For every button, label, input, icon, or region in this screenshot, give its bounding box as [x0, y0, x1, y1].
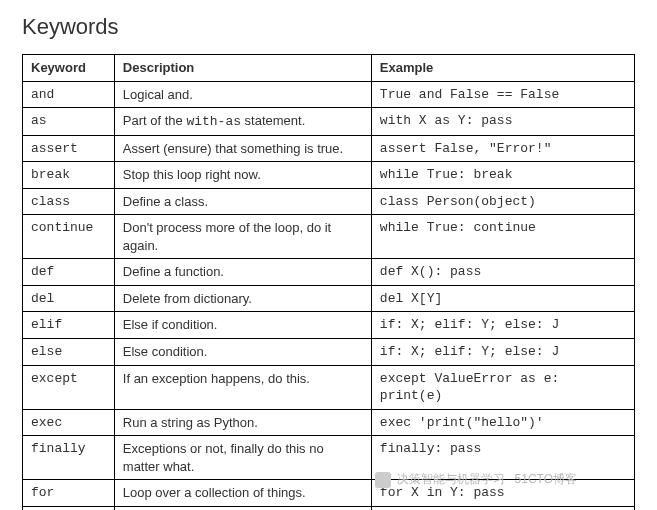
table-header-row: Keyword Description Example: [23, 55, 635, 82]
table-row: finallyExceptions or not, finally do thi…: [23, 436, 635, 480]
cell-description: If an exception happens, do this.: [114, 365, 371, 409]
cell-keyword: finally: [23, 436, 115, 480]
cell-keyword: for: [23, 480, 115, 507]
cell-keyword: assert: [23, 135, 115, 162]
cell-example: finally: pass: [371, 436, 634, 480]
cell-keyword: break: [23, 162, 115, 189]
cell-example: from x import Y: [371, 506, 634, 510]
cell-keyword: except: [23, 365, 115, 409]
cell-example: True and False == False: [371, 81, 634, 108]
col-description: Description: [114, 55, 371, 82]
cell-description: Define a class.: [114, 188, 371, 215]
table-row: exceptIf an exception happens, do this.e…: [23, 365, 635, 409]
col-keyword: Keyword: [23, 55, 115, 82]
table-row: breakStop this loop right now.while True…: [23, 162, 635, 189]
cell-keyword: class: [23, 188, 115, 215]
cell-example: while True: continue: [371, 215, 634, 259]
table-row: elifElse if condition.if: X; elif: Y; el…: [23, 312, 635, 339]
cell-example: with X as Y: pass: [371, 108, 634, 136]
cell-description: Else if condition.: [114, 312, 371, 339]
cell-example: if: X; elif: Y; else: J: [371, 312, 634, 339]
table-row: execRun a string as Python.exec 'print("…: [23, 409, 635, 436]
cell-keyword: from: [23, 506, 115, 510]
cell-keyword: as: [23, 108, 115, 136]
cell-example: while True: break: [371, 162, 634, 189]
cell-description: Logical and.: [114, 81, 371, 108]
cell-description: Import specific parts of a module.: [114, 506, 371, 510]
cell-example: if: X; elif: Y; else: J: [371, 339, 634, 366]
cell-keyword: exec: [23, 409, 115, 436]
cell-description: Don't process more of the loop, do it ag…: [114, 215, 371, 259]
table-row: andLogical and.True and False == False: [23, 81, 635, 108]
cell-keyword: and: [23, 81, 115, 108]
cell-example: del X[Y]: [371, 285, 634, 312]
table-row: delDelete from dictionary.del X[Y]: [23, 285, 635, 312]
table-row: assertAssert (ensure) that something is …: [23, 135, 635, 162]
cell-example: exec 'print("hello")': [371, 409, 634, 436]
page-title: Keywords: [22, 14, 635, 40]
cell-example: for X in Y: pass: [371, 480, 634, 507]
cell-description: Else condition.: [114, 339, 371, 366]
cell-description: Define a function.: [114, 259, 371, 286]
cell-description: Exceptions or not, finally do this no ma…: [114, 436, 371, 480]
table-row: fromImport specific parts of a module.fr…: [23, 506, 635, 510]
cell-example: def X(): pass: [371, 259, 634, 286]
cell-keyword: elif: [23, 312, 115, 339]
cell-description: Delete from dictionary.: [114, 285, 371, 312]
cell-description: Loop over a collection of things.: [114, 480, 371, 507]
cell-example: except ValueError as e: print(e): [371, 365, 634, 409]
cell-keyword: continue: [23, 215, 115, 259]
table-row: defDefine a function.def X(): pass: [23, 259, 635, 286]
table-row: continueDon't process more of the loop, …: [23, 215, 635, 259]
cell-example: class Person(object): [371, 188, 634, 215]
col-example: Example: [371, 55, 634, 82]
table-row: asPart of the with-as statement.with X a…: [23, 108, 635, 136]
table-row: elseElse condition.if: X; elif: Y; else:…: [23, 339, 635, 366]
cell-description: Run a string as Python.: [114, 409, 371, 436]
cell-description: Assert (ensure) that something is true.: [114, 135, 371, 162]
table-row: classDefine a class.class Person(object): [23, 188, 635, 215]
table-row: forLoop over a collection of things.for …: [23, 480, 635, 507]
cell-keyword: def: [23, 259, 115, 286]
cell-keyword: else: [23, 339, 115, 366]
keywords-table: Keyword Description Example andLogical a…: [22, 54, 635, 510]
cell-description: Stop this loop right now.: [114, 162, 371, 189]
cell-example: assert False, "Error!": [371, 135, 634, 162]
cell-keyword: del: [23, 285, 115, 312]
cell-description: Part of the with-as statement.: [114, 108, 371, 136]
